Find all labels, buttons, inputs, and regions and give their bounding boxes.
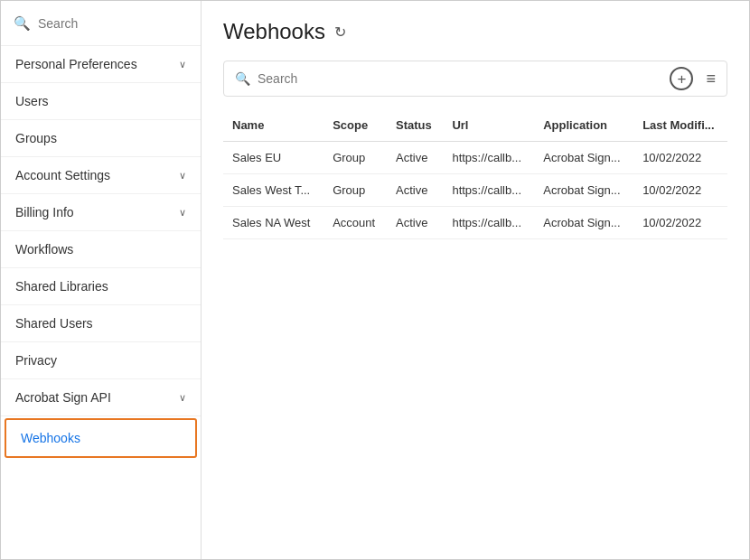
- cell-application-0: Acrobat Sign...: [534, 142, 633, 174]
- sidebar-search-container[interactable]: 🔍: [1, 1, 201, 46]
- sidebar: 🔍 Personal Preferences∨UsersGroupsAccoun…: [1, 1, 202, 559]
- sidebar-item-personal-preferences[interactable]: Personal Preferences∨: [1, 46, 201, 83]
- webhooks-table: NameScopeStatusUrlApplicationLast Modifi…: [223, 111, 727, 239]
- search-toolbar: 🔍 + ≡: [223, 61, 727, 97]
- cell-scope-2: Account: [323, 207, 387, 239]
- sidebar-items-container: Personal Preferences∨UsersGroupsAccount …: [1, 46, 201, 460]
- refresh-icon[interactable]: ↻: [334, 23, 346, 41]
- cell-application-1: Acrobat Sign...: [534, 174, 633, 207]
- table-header: NameScopeStatusUrlApplicationLast Modifi…: [223, 111, 727, 142]
- sidebar-item-acrobat-sign-api[interactable]: Acrobat Sign API∨: [1, 379, 201, 416]
- cell-name-2: Sales NA West: [223, 207, 323, 239]
- table-body: Sales EUGroupActivehttps://callb...Acrob…: [223, 142, 727, 239]
- sidebar-item-label-personal-preferences: Personal Preferences: [15, 57, 137, 71]
- sidebar-item-billing-info[interactable]: Billing Info∨: [1, 194, 201, 231]
- sidebar-item-privacy[interactable]: Privacy: [1, 342, 201, 379]
- sidebar-item-label-acrobat-sign-api: Acrobat Sign API: [15, 390, 111, 405]
- sidebar-search-icon: 🔍: [14, 15, 31, 32]
- sidebar-item-label-users: Users: [15, 94, 49, 108]
- sidebar-item-users[interactable]: Users: [1, 83, 201, 120]
- table-row[interactable]: Sales NA WestAccountActivehttps://callb.…: [223, 207, 727, 239]
- page-title-row: Webhooks ↻: [223, 19, 727, 44]
- table-header-scope: Scope: [323, 111, 387, 142]
- sidebar-item-webhooks[interactable]: Webhooks: [5, 418, 197, 458]
- add-webhook-button[interactable]: +: [670, 67, 693, 90]
- table-row[interactable]: Sales West T...GroupActivehttps://callb.…: [223, 174, 727, 207]
- sidebar-item-label-shared-libraries: Shared Libraries: [15, 279, 108, 294]
- cell-url-0: https://callb...: [443, 142, 534, 174]
- menu-button[interactable]: ≡: [706, 70, 716, 87]
- chevron-icon-account-settings: ∨: [179, 170, 186, 182]
- table-header-application: Application: [534, 111, 633, 142]
- table-header-name: Name: [223, 111, 323, 142]
- table-header-status: Status: [387, 111, 443, 142]
- cell-application-2: Acrobat Sign...: [534, 207, 633, 239]
- chevron-icon-billing-info: ∨: [179, 207, 186, 219]
- cell-scope-1: Group: [323, 174, 387, 207]
- cell-status-0: Active: [387, 142, 443, 174]
- cell-url-1: https://callb...: [443, 174, 534, 207]
- sidebar-item-label-workflows: Workflows: [15, 242, 73, 257]
- cell-status-1: Active: [387, 174, 443, 207]
- cell-status-2: Active: [387, 207, 443, 239]
- toolbar-actions: + ≡: [670, 67, 716, 90]
- toolbar-search-icon: 🔍: [235, 71, 250, 86]
- table-header-last-modifi---: Last Modifi...: [633, 111, 727, 142]
- chevron-icon-personal-preferences: ∨: [179, 59, 186, 70]
- cell-last_modified-0: 10/02/2022: [633, 142, 727, 174]
- cell-name-0: Sales EU: [223, 142, 323, 174]
- cell-last_modified-1: 10/02/2022: [633, 174, 727, 207]
- sidebar-item-shared-users[interactable]: Shared Users: [1, 305, 201, 342]
- main-content: Webhooks ↻ 🔍 + ≡ NameScopeStatusUrlAppli…: [202, 1, 749, 559]
- cell-name-1: Sales West T...: [223, 174, 323, 207]
- toolbar-search-input[interactable]: [258, 71, 655, 86]
- table-header-url: Url: [443, 111, 534, 142]
- cell-last_modified-2: 10/02/2022: [633, 207, 727, 239]
- sidebar-search-input[interactable]: [38, 16, 188, 31]
- cell-url-2: https://callb...: [443, 207, 534, 239]
- sidebar-item-groups[interactable]: Groups: [1, 120, 201, 157]
- sidebar-item-shared-libraries[interactable]: Shared Libraries: [1, 268, 201, 305]
- sidebar-item-workflows[interactable]: Workflows: [1, 231, 201, 268]
- sidebar-item-label-groups: Groups: [15, 131, 57, 145]
- sidebar-item-label-account-settings: Account Settings: [15, 168, 110, 182]
- page-title: Webhooks: [223, 19, 325, 44]
- sidebar-item-label-billing-info: Billing Info: [15, 205, 74, 219]
- sidebar-item-label-webhooks: Webhooks: [21, 431, 80, 445]
- sidebar-item-account-settings[interactable]: Account Settings∨: [1, 157, 201, 194]
- sidebar-item-label-privacy: Privacy: [15, 353, 57, 368]
- sidebar-item-label-shared-users: Shared Users: [15, 316, 93, 331]
- chevron-icon-acrobat-sign-api: ∨: [179, 392, 186, 404]
- cell-scope-0: Group: [323, 142, 387, 174]
- table-row[interactable]: Sales EUGroupActivehttps://callb...Acrob…: [223, 142, 727, 174]
